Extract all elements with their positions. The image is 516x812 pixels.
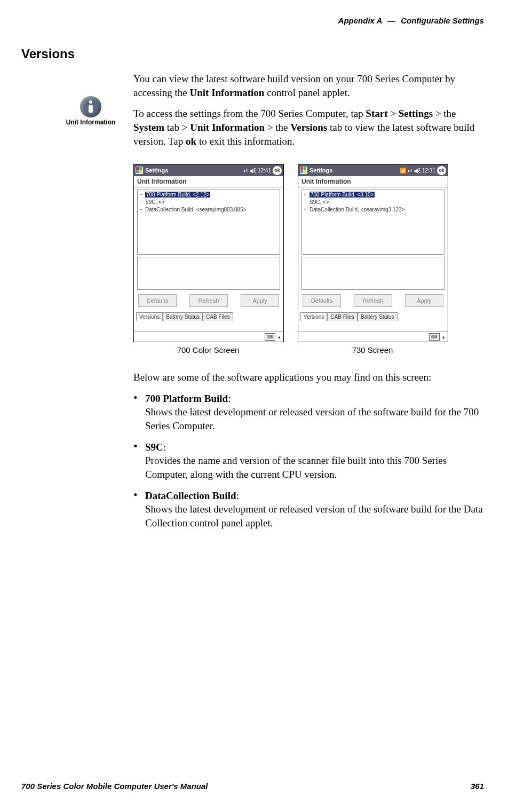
tree-item[interactable]: 700 Platform Build, <3.10> [303, 191, 443, 199]
panel-title: Unit Information [134, 176, 283, 187]
version-tree[interactable]: 700 Platform Build, <2.12> S9C, <> DataC… [137, 190, 280, 255]
list-item: S9C: Provides the name and version of th… [133, 440, 484, 482]
start-icon[interactable] [136, 167, 143, 174]
screen-730: Settings 📶 ⇄ ◀ξ 12:31 ok Unit Informatio… [298, 164, 448, 342]
list-item: DataCollection Build: Shows the latest d… [133, 489, 484, 530]
status-icons: 📶 ⇄ ◀ξ 12:31 ok [400, 166, 446, 175]
button-row: Defaults Refresh Apply [298, 291, 448, 310]
info-icon [80, 96, 101, 117]
titlebar-730: Settings 📶 ⇄ ◀ξ 12:31 ok [298, 164, 448, 176]
list-item: 700 Platform Build: Shows the latest dev… [133, 392, 484, 433]
version-tree[interactable]: 700 Platform Build, <3.10> S9C, <> DataC… [301, 190, 444, 255]
keyboard-icon[interactable]: ⌨ [265, 333, 275, 341]
term: S9C [145, 442, 163, 453]
term: 700 Platform Build [145, 393, 228, 404]
refresh-button[interactable]: Refresh [354, 294, 392, 307]
footer-page-number: 361 [471, 782, 484, 791]
tabs: Versions CAB Files Battery Status [300, 312, 446, 321]
below-intro: Below are some of the software applicati… [133, 370, 484, 384]
panel-title: Unit Information [298, 176, 448, 187]
detail-box [137, 257, 280, 290]
signal-icon: 📶 [400, 168, 406, 174]
tree-item[interactable]: S9C, <> [303, 199, 443, 206]
access-paragraph: To access the settings from the 700 Seri… [133, 107, 484, 148]
term: DataCollection Build [145, 490, 236, 501]
caption-700: 700 Color Screen [133, 345, 283, 354]
keyboard-icon[interactable]: ⌨ [429, 333, 440, 341]
tabs: Versions Battery Status CAB Files [136, 312, 281, 321]
defaults-button[interactable]: Defaults [303, 294, 341, 307]
header-sep: — [387, 16, 395, 25]
screenshots-row: Settings ⇄ ◀ξ 12:41 ok Unit Information … [133, 164, 484, 354]
sip-arrow-icon[interactable]: ▴ [276, 334, 282, 340]
tab-battery-status[interactable]: Battery Status [358, 312, 398, 321]
desc: Shows the latest development or released… [145, 503, 483, 529]
caption-730: 730 Screen [298, 345, 447, 354]
sip-bar: ⌨ ▴ [134, 332, 283, 342]
device-730: Settings 📶 ⇄ ◀ξ 12:31 ok Unit Informatio… [298, 164, 447, 354]
tree-item[interactable]: DataCollection Build, <searayimg3.123> [303, 206, 443, 214]
ok-button[interactable]: ok [273, 166, 282, 175]
tree-item[interactable]: 700 Platform Build, <2.12> [139, 191, 279, 199]
apply-button[interactable]: Apply [241, 294, 279, 307]
desc: Provides the name and version of the sca… [145, 455, 447, 480]
header-title: Configurable Settings [401, 16, 484, 25]
titlebar-700: Settings ⇄ ◀ξ 12:41 ok [134, 164, 283, 176]
screen-700: Settings ⇄ ◀ξ 12:41 ok Unit Information … [133, 164, 284, 342]
detail-box [301, 257, 444, 290]
titlebar-title: Settings [309, 167, 332, 174]
refresh-button[interactable]: Refresh [189, 294, 228, 307]
page-header: Appendix A — Configurable Settings [21, 16, 484, 25]
clock: 12:31 [422, 168, 435, 174]
connectivity-icon: ⇄ [408, 168, 412, 174]
desc: Shows the latest development or released… [145, 406, 479, 431]
device-700-color: Settings ⇄ ◀ξ 12:41 ok Unit Information … [133, 164, 283, 354]
connectivity-icon: ⇄ [243, 168, 248, 174]
section-title: Versions [21, 46, 484, 61]
tree-item[interactable]: DataCollection Build, <searayimg003.085> [139, 206, 279, 214]
intro-paragraph: You can view the latest software build v… [133, 72, 484, 99]
volume-icon: ◀ξ [249, 168, 256, 174]
defaults-button[interactable]: Defaults [138, 294, 177, 307]
tab-versions[interactable]: Versions [136, 312, 163, 321]
definitions-list: 700 Platform Build: Shows the latest dev… [133, 392, 484, 530]
sip-arrow-icon[interactable]: ▴ [441, 334, 446, 340]
apply-button[interactable]: Apply [405, 294, 443, 307]
unit-information-icon-block: Unit Information [64, 96, 117, 126]
titlebar-title: Settings [145, 167, 168, 174]
ok-button[interactable]: ok [437, 166, 446, 175]
start-icon[interactable] [300, 167, 307, 174]
tab-cab-files[interactable]: CAB Files [327, 312, 357, 321]
volume-icon: ◀ξ [414, 168, 420, 174]
tab-battery-status[interactable]: Battery Status [163, 312, 203, 321]
icon-label: Unit Information [64, 119, 117, 126]
footer-title: 700 Series Color Mobile Computer User's … [21, 782, 208, 791]
page-footer: 700 Series Color Mobile Computer User's … [21, 782, 484, 791]
button-row: Defaults Refresh Apply [134, 291, 283, 310]
status-icons: ⇄ ◀ξ 12:41 ok [243, 166, 282, 175]
header-appendix: Appendix A [338, 16, 382, 25]
tab-versions[interactable]: Versions [300, 312, 327, 321]
sip-bar: ⌨ ▴ [298, 332, 448, 342]
tree-item[interactable]: S9C, <> [139, 199, 279, 206]
clock: 12:41 [258, 168, 271, 174]
tab-cab-files[interactable]: CAB Files [203, 312, 233, 321]
